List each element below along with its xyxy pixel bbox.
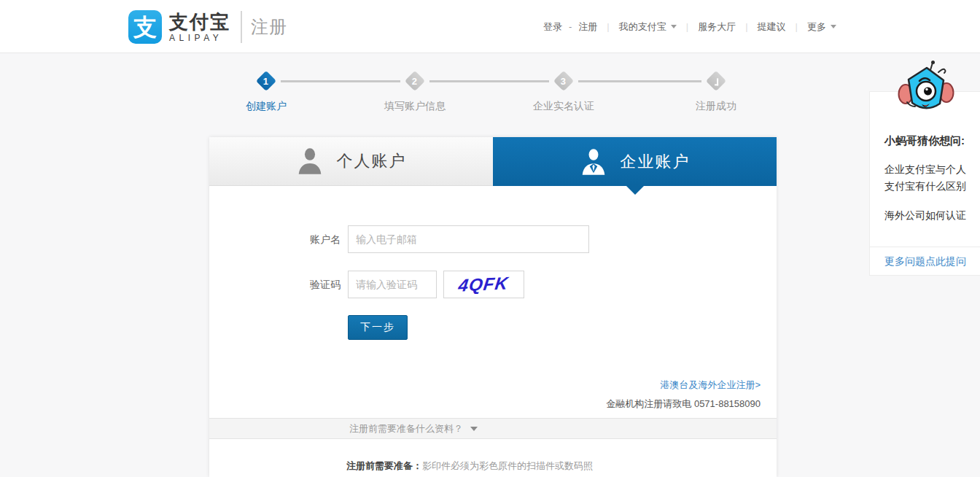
step-4-diamond — [706, 71, 726, 91]
brand-name-cn: 支付宝 — [169, 12, 230, 32]
prepare-materials-toggle[interactable]: 注册前需要准备什么资料？ — [209, 419, 618, 438]
account-name-label: 账户名 — [238, 233, 341, 247]
alipay-logo-glyph: 支 — [133, 15, 157, 39]
tab-personal-account[interactable]: 个人账户 — [209, 137, 493, 186]
nav-my-alipay[interactable]: 我的支付宝 — [619, 20, 677, 34]
step-1-label: 创建账户 — [215, 100, 317, 113]
assistant-title: 小蚂哥猜你想问: — [884, 134, 965, 148]
triangle-down-icon — [470, 427, 478, 431]
step-2-label: 填写账户信息 — [364, 100, 466, 113]
account-name-input[interactable] — [348, 225, 589, 253]
divider — [870, 247, 980, 247]
chevron-down-icon — [831, 25, 836, 28]
prepare-note: 注册前需要准备：影印件必须为彩色原件的扫描件或数码照 — [346, 459, 593, 473]
nav-separator: | — [607, 21, 609, 32]
captcha-code-text: 4QFK — [457, 273, 510, 296]
assistant-more-link[interactable]: 更多问题点此提问 — [870, 255, 980, 268]
brand-text: 支付宝 ALIPAY — [169, 12, 230, 43]
step-2-diamond: 2 — [405, 71, 425, 91]
nav-more[interactable]: 更多 — [807, 20, 836, 34]
step-3-label: 企业实名认证 — [513, 100, 615, 113]
business-person-icon — [580, 147, 607, 177]
nav-separator: | — [686, 21, 688, 32]
step-register-success: 注册成功 — [665, 69, 767, 113]
step-3-number: 3 — [561, 75, 566, 86]
site-header: 支 支付宝 ALIPAY 注册 登录 - 注册 | 我的支付宝 | 服务大厅 |… — [0, 0, 980, 53]
robot-mascot-icon — [897, 60, 955, 120]
check-icon — [715, 78, 719, 85]
finance-register-note: 金融机构注册请致电 0571-88158090 — [606, 398, 761, 409]
tab-enterprise-account[interactable]: 企业账户 — [493, 137, 777, 186]
step-2-number: 2 — [412, 75, 417, 86]
step-3-diamond: 3 — [553, 71, 574, 91]
nav-register[interactable]: 注册 — [578, 20, 597, 34]
account-type-tabs: 个人账户 企业账户 — [209, 137, 777, 186]
step-fill-info: 2 填写账户信息 — [364, 69, 466, 113]
prepare-materials-toggle-label: 注册前需要准备什么资料？ — [349, 422, 463, 435]
nav-login[interactable]: 登录 — [543, 20, 562, 34]
brand-name-en: ALIPAY — [169, 33, 230, 43]
tab-personal-label: 个人账户 — [337, 150, 407, 172]
prepare-note-prefix: 注册前需要准备： — [346, 460, 422, 471]
nav-more-label: 更多 — [807, 20, 826, 34]
prepare-note-text: 影印件必须为彩色原件的扫描件或数码照 — [422, 460, 593, 471]
captcha-label: 验证码 — [238, 279, 341, 292]
alipay-logo-icon: 支 — [128, 10, 162, 44]
nav-feedback[interactable]: 提建议 — [758, 20, 786, 34]
next-step-button[interactable]: 下一步 — [348, 315, 408, 340]
page-title: 注册 — [251, 15, 287, 39]
step-1-diamond: 1 — [256, 71, 276, 91]
captcha-image[interactable]: 4QFK — [443, 271, 524, 298]
nav-separator: | — [745, 21, 747, 32]
active-tab-pointer — [626, 186, 644, 195]
prepare-materials-bar: 注册前需要准备什么资料？ — [209, 418, 777, 439]
step-1-number: 1 — [263, 75, 268, 86]
registration-panel: 个人账户 企业账户 账户名 验证码 4QFK 下一步 港澳台及海外企业注册> 金… — [209, 137, 777, 477]
nav-my-alipay-label: 我的支付宝 — [619, 20, 666, 34]
person-icon — [296, 147, 324, 176]
top-nav: 登录 - 注册 | 我的支付宝 | 服务大厅 | 提建议 | 更多 — [543, 0, 836, 53]
chevron-down-icon — [671, 25, 677, 28]
captcha-input[interactable] — [348, 271, 437, 298]
nav-separator: | — [796, 21, 798, 32]
alipay-logo[interactable]: 支 支付宝 ALIPAY 注册 — [128, 9, 287, 45]
step-create-account: 1 创建账户 — [215, 69, 317, 113]
tab-enterprise-label: 企业账户 — [621, 151, 691, 173]
overseas-register-link[interactable]: 港澳台及海外企业注册> — [660, 379, 761, 390]
step-verify-enterprise: 3 企业实名认证 — [513, 69, 615, 113]
assistant-question-overseas[interactable]: 海外公司如何认证 — [884, 207, 971, 224]
logo-divider — [241, 11, 242, 43]
progress-steps: 1 创建账户 2 填写账户信息 3 企业实名认证 注册成功 — [0, 69, 980, 120]
step-4-label: 注册成功 — [665, 100, 767, 113]
assistant-question-difference[interactable]: 企业支付宝与个人支付宝有什么区别 — [884, 161, 971, 195]
nav-service-hall[interactable]: 服务大厅 — [698, 20, 736, 34]
nav-separator-dash: - — [569, 21, 572, 32]
